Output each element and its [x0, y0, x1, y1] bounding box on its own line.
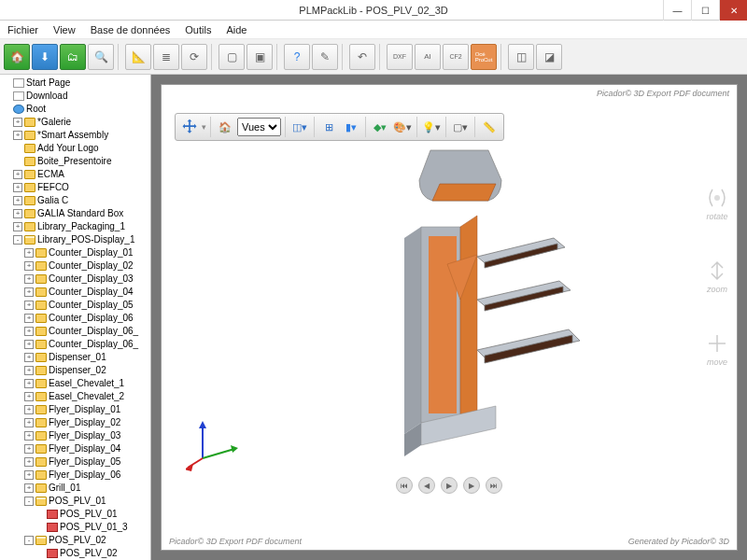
rotate-gesture[interactable]: rotate: [705, 186, 729, 221]
pan-tool-icon[interactable]: [179, 117, 200, 137]
export-oce-button[interactable]: OcéProCut: [471, 44, 497, 70]
expand-icon[interactable]: +: [24, 353, 34, 362]
texture-button[interactable]: 🎨▾: [392, 117, 413, 137]
tree-node[interactable]: +GALIA Standard Box: [2, 207, 150, 220]
tree-node[interactable]: Boite_Presentoire: [2, 155, 150, 168]
window-close-button[interactable]: ✕: [719, 0, 747, 21]
expand-icon[interactable]: +: [24, 261, 34, 271]
expand-icon[interactable]: +: [24, 405, 34, 414]
tree-node[interactable]: +Flyer_Display_02: [2, 416, 150, 429]
zoom-gesture[interactable]: zoom: [705, 259, 729, 294]
menu-view[interactable]: View: [46, 24, 83, 35]
perspective-button[interactable]: ◫▾: [289, 117, 310, 137]
bgcolor-button[interactable]: ▢▾: [450, 117, 471, 137]
tool-layers-button[interactable]: ≣: [153, 44, 179, 70]
expand-icon[interactable]: +: [13, 209, 22, 218]
prev-button[interactable]: ◀: [418, 477, 435, 494]
tree-node[interactable]: +Dispenser_02: [2, 364, 150, 377]
tree-node[interactable]: -POS_PLV_01: [2, 495, 150, 508]
tree-node[interactable]: +Counter_Display_01: [2, 246, 150, 259]
tree-node[interactable]: +Flyer_Display_03: [2, 429, 150, 442]
tree-node[interactable]: Download: [2, 90, 150, 103]
fastfwd-button[interactable]: ⏭: [486, 477, 502, 494]
help-button[interactable]: ?: [284, 44, 310, 70]
tree-node[interactable]: POS_PLV_01: [2, 508, 150, 521]
rewind-button[interactable]: ⏮: [396, 477, 413, 494]
expand-icon[interactable]: +: [24, 274, 34, 284]
expand-icon[interactable]: +: [24, 457, 34, 467]
expand-icon[interactable]: +: [24, 314, 34, 323]
views-dropdown[interactable]: Vues: [237, 118, 281, 136]
pdf-viewport[interactable]: Picador© 3D Export PDF document ▾ 🏠 Vues…: [161, 84, 738, 551]
collapse-icon[interactable]: -: [24, 497, 34, 506]
tool-3d1-button[interactable]: ◫: [508, 44, 534, 70]
home-view-button[interactable]: 🏠: [215, 117, 235, 137]
render-mode-button[interactable]: ▮▾: [341, 117, 361, 137]
tree-node[interactable]: Start Page: [2, 77, 150, 90]
tree-pane[interactable]: Start PageDownloadRoot+*Galerie+*Smart A…: [0, 75, 151, 560]
tree-node[interactable]: -POS_PLV_02: [2, 534, 150, 547]
expand-icon[interactable]: +: [13, 118, 22, 127]
expand-icon[interactable]: +: [24, 301, 34, 310]
expand-icon[interactable]: +: [24, 418, 34, 427]
tree-node[interactable]: +Counter_Display_03: [2, 273, 150, 286]
play-button[interactable]: ▶: [441, 477, 458, 494]
section-button[interactable]: 📏: [479, 117, 500, 137]
collapse-icon[interactable]: -: [13, 235, 22, 245]
expand-icon[interactable]: +: [13, 183, 22, 192]
tool-refresh-button[interactable]: ⟳: [181, 44, 207, 70]
tree-node[interactable]: +ECMA: [2, 168, 150, 181]
menu-database[interactable]: Base de données: [83, 24, 178, 35]
tree-node[interactable]: +Counter_Display_06_: [2, 338, 150, 351]
menu-aide[interactable]: Aide: [218, 24, 254, 35]
tree-node[interactable]: +Flyer_Display_01: [2, 403, 150, 416]
shade-mode-button[interactable]: ◆▾: [370, 117, 390, 137]
tree-node[interactable]: +Counter_Display_06: [2, 312, 150, 325]
edit-button[interactable]: ✎: [312, 44, 338, 70]
menu-fichier[interactable]: Fichier: [0, 24, 46, 35]
tree-node[interactable]: +Galia C: [2, 194, 150, 207]
expand-icon[interactable]: +: [24, 392, 34, 401]
3d-canvas[interactable]: ⏮ ◀ ▶ ▶ ⏭ rotate zoom: [162, 102, 737, 533]
expand-icon[interactable]: +: [13, 131, 22, 140]
tree-node[interactable]: POS_PLV_01_3: [2, 521, 150, 534]
tool-box1-button[interactable]: ▢: [218, 44, 245, 70]
light-button[interactable]: 💡▾: [421, 117, 442, 137]
tree-node[interactable]: +*Smart Assembly: [2, 129, 150, 142]
window-minimize-button[interactable]: —: [663, 0, 691, 21]
next-button[interactable]: ▶: [463, 477, 480, 494]
tree-node[interactable]: +FEFCO: [2, 181, 150, 194]
browse-button[interactable]: 🗂: [60, 44, 86, 70]
expand-icon[interactable]: +: [24, 470, 34, 480]
menu-outils[interactable]: Outils: [177, 24, 218, 35]
undo-button[interactable]: ↶: [349, 44, 375, 70]
tree-node[interactable]: +Flyer_Display_06: [2, 469, 150, 482]
expand-icon[interactable]: +: [13, 170, 22, 179]
tree-node[interactable]: +Library_Packaging_1: [2, 220, 150, 233]
expand-icon[interactable]: +: [13, 222, 22, 231]
tree-node[interactable]: POS_PLV_02: [2, 547, 150, 560]
tool-dim-button[interactable]: 📐: [125, 44, 151, 70]
expand-icon[interactable]: +: [24, 248, 34, 258]
expand-icon[interactable]: +: [24, 366, 34, 375]
tree-node[interactable]: +Easel_Chevalet_2: [2, 390, 150, 403]
tool-box2-button[interactable]: ▣: [247, 44, 273, 70]
tree-node[interactable]: +Flyer_Display_04: [2, 442, 150, 455]
window-maximize-button[interactable]: ☐: [691, 0, 719, 21]
download-button[interactable]: ⬇: [32, 44, 58, 70]
expand-icon[interactable]: +: [24, 340, 34, 349]
tree-node[interactable]: +Counter_Display_04: [2, 286, 150, 299]
tree-node[interactable]: +Counter_Display_02: [2, 259, 150, 273]
tool-3d2-button[interactable]: ◪: [536, 44, 562, 70]
tree-node[interactable]: +Counter_Display_05: [2, 299, 150, 312]
export-ai-button[interactable]: AI: [415, 44, 441, 70]
tree-node[interactable]: -Library_POS-Display_1: [2, 233, 150, 246]
export-cf2-button[interactable]: CF2: [443, 44, 469, 70]
expand-icon[interactable]: +: [24, 444, 34, 454]
tree-node[interactable]: Root: [2, 103, 150, 116]
tree-node[interactable]: +*Galerie: [2, 116, 150, 129]
tree-node[interactable]: +Easel_Chevalet_1: [2, 377, 150, 390]
move-gesture[interactable]: move: [705, 331, 729, 367]
search-button[interactable]: 🔍: [88, 44, 114, 70]
expand-icon[interactable]: +: [24, 327, 34, 336]
